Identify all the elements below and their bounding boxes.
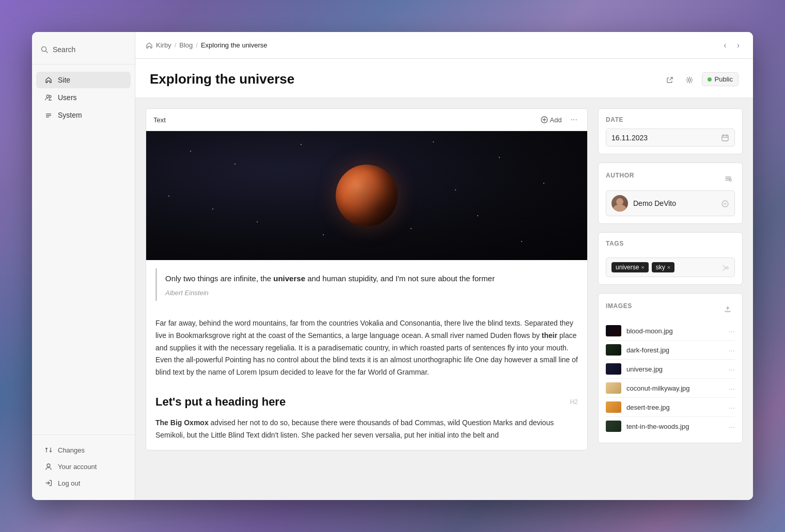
sidebar-item-your-account[interactable]: Your account: [36, 459, 131, 474]
image-more-coconut[interactable]: ···: [728, 384, 735, 393]
images-panel-label: Images: [606, 302, 632, 310]
image-name-blood-moon: blood-moon.jpg: [626, 327, 673, 335]
add-button[interactable]: Add: [538, 115, 565, 125]
image-more-tent[interactable]: ···: [728, 422, 735, 431]
search-button[interactable]: Search: [40, 43, 127, 56]
date-panel: Date 16.11.2023: [598, 108, 743, 154]
heading-tag: H2: [570, 398, 578, 406]
image-item-blood-moon: blood-moon.jpg ···: [606, 321, 735, 341]
sidebar-item-system[interactable]: System: [36, 107, 131, 123]
system-icon: [44, 111, 53, 119]
quote-text-after: and human stupidity, and I'm not sure ab…: [305, 274, 495, 283]
users-icon: [44, 93, 53, 102]
svg-rect-6: [46, 117, 49, 118]
images-panel: Images: [598, 293, 743, 443]
svg-rect-13: [722, 135, 728, 141]
image-more-dark-forest[interactable]: ···: [728, 346, 735, 354]
quote-text: Only two things are infinite, the univer…: [165, 272, 570, 285]
account-icon: [44, 462, 53, 471]
sidebar-item-system-label: System: [58, 111, 82, 119]
image-more-universe[interactable]: ···: [728, 365, 735, 374]
quote-bold: universe: [273, 274, 305, 283]
sidebar-item-site[interactable]: Site: [36, 72, 131, 88]
author-remove-button[interactable]: [721, 199, 729, 208]
status-label: Public: [715, 75, 733, 83]
topbar: Kirby / Blog / Exploring the universe ‹ …: [135, 32, 753, 59]
svg-point-23: [726, 267, 728, 269]
tag-universe-remove[interactable]: ×: [641, 264, 644, 270]
author-options-button[interactable]: [721, 170, 735, 185]
image-item-left-3: universe.jpg: [606, 363, 663, 375]
quote-block: Only two things are infinite, the univer…: [155, 268, 578, 301]
tags-panel-label: Tags: [606, 240, 624, 247]
image-thumb-desert: [606, 401, 621, 413]
your-account-label: Your account: [58, 463, 97, 471]
image-thumb-coconut: [606, 382, 621, 394]
next-button[interactable]: ›: [734, 39, 743, 52]
tag-universe-label: universe: [616, 264, 639, 271]
sidebar: Search Site: [32, 32, 135, 500]
upload-button[interactable]: [720, 301, 735, 316]
tag-sky: sky ×: [652, 262, 674, 272]
section-h2: Let's put a heading here: [155, 395, 286, 409]
page-title: Exploring the universe: [150, 71, 294, 87]
add-label: Add: [550, 116, 562, 124]
tag-sky-remove[interactable]: ×: [667, 264, 670, 270]
sidebar-column: Date 16.11.2023: [598, 108, 743, 490]
quote-text-before: Only two things are infinite, the: [165, 274, 273, 283]
date-panel-label: Date: [606, 116, 735, 123]
settings-button[interactable]: [682, 71, 697, 87]
breadcrumb-parent[interactable]: Blog: [179, 41, 193, 49]
image-item-desert: desert-tree.jpg ···: [606, 398, 735, 417]
calendar-button[interactable]: [721, 133, 729, 142]
images-header: Images: [606, 301, 735, 316]
tags-panel: Tags universe × sky ×: [598, 232, 743, 285]
moon-circle: [336, 165, 398, 227]
svg-point-3: [49, 95, 51, 98]
date-input-row[interactable]: 16.11.2023: [606, 128, 735, 147]
image-name-coconut: coconut-milkyway.jpg: [626, 384, 690, 392]
sidebar-item-log-out[interactable]: Log out: [36, 475, 131, 491]
image-thumb-blood-moon: [606, 325, 621, 336]
prev-button[interactable]: ‹: [720, 39, 729, 52]
author-header: Author: [606, 170, 735, 185]
image-more-desert[interactable]: ···: [728, 403, 735, 412]
svg-rect-5: [46, 115, 51, 116]
author-panel-label: Author: [606, 172, 634, 179]
editor-toolbar: Text Add ···: [146, 109, 587, 131]
sidebar-item-users[interactable]: Users: [36, 89, 131, 106]
sidebar-bottom: Changes Your account: [32, 434, 135, 500]
svg-point-20: [729, 179, 731, 181]
breadcrumb-current: Exploring the universe: [201, 41, 268, 49]
more-button[interactable]: ···: [568, 114, 580, 125]
sidebar-item-site-label: Site: [58, 76, 70, 84]
body3-text: advised her not to do so, because there …: [155, 418, 554, 439]
sidebar-nav: Site Users: [32, 65, 135, 434]
breadcrumb-home[interactable]: Kirby: [156, 41, 171, 49]
image-item-left-6: tent-in-the-woods.jpg: [606, 421, 689, 432]
image-item-left: blood-moon.jpg: [606, 325, 673, 336]
sidebar-search-section: Search: [32, 32, 135, 65]
home-icon: [44, 76, 53, 84]
status-badge[interactable]: Public: [702, 72, 739, 86]
sidebar-item-changes[interactable]: Changes: [36, 442, 131, 458]
external-link-button[interactable]: [663, 71, 677, 87]
image-name-tent: tent-in-the-woods.jpg: [626, 423, 689, 430]
image-item-universe: universe.jpg ···: [606, 360, 735, 379]
main-area: Kirby / Blog / Exploring the universe ‹ …: [135, 32, 753, 500]
quote-author: Albert Einstein: [165, 289, 570, 297]
moon-image: [146, 131, 587, 260]
author-panel: Author: [598, 163, 743, 224]
editor-toolbar-label: Text: [153, 116, 166, 124]
image-name-desert: desert-tree.jpg: [626, 404, 670, 411]
date-value: 16.11.2023: [611, 134, 648, 142]
tags-header: Tags: [606, 240, 735, 252]
changes-icon: [44, 446, 53, 454]
author-row: Demo DeVito: [606, 190, 735, 216]
tags-container[interactable]: universe × sky ×: [606, 257, 735, 277]
breadcrumb: Kirby / Blog / Exploring the universe: [146, 41, 268, 50]
content-columns: Text Add ···: [135, 98, 753, 500]
image-thumb-tent: [606, 421, 621, 432]
svg-point-7: [47, 464, 50, 467]
image-more-blood-moon[interactable]: ···: [728, 327, 735, 335]
